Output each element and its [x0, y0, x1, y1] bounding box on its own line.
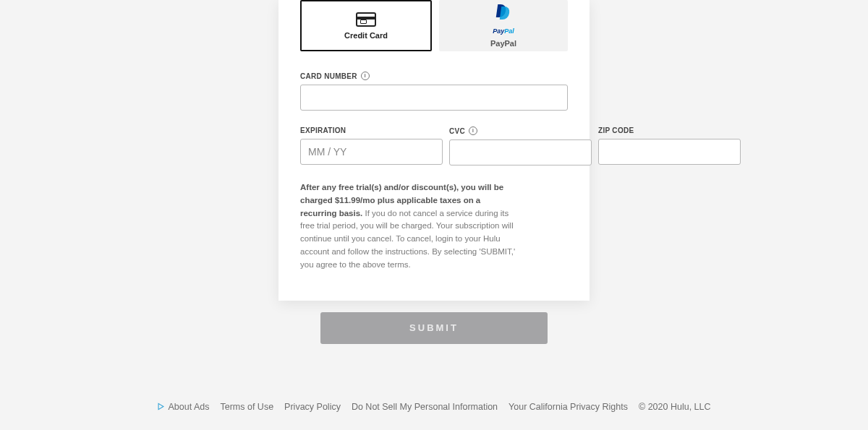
- footer-do-not-sell[interactable]: Do Not Sell My Personal Information: [352, 402, 498, 412]
- footer-ca-rights[interactable]: Your California Privacy Rights: [509, 402, 628, 412]
- adchoices-icon: [157, 403, 165, 410]
- payment-method-credit-card[interactable]: Credit Card: [300, 0, 432, 51]
- credit-card-icon: [356, 12, 376, 27]
- card-number-label: CARD NUMBER i: [300, 72, 568, 80]
- footer-copyright: © 2020 Hulu, LLC: [639, 402, 711, 412]
- card-number-input[interactable]: [300, 85, 568, 111]
- paypal-icon: [491, 4, 516, 25]
- expiration-input[interactable]: [300, 139, 443, 165]
- payment-card: Credit Card PayPal PayPal CARD NUMBER i …: [278, 0, 590, 301]
- payment-method-selector: Credit Card PayPal PayPal: [300, 0, 568, 51]
- footer-terms[interactable]: Terms of Use: [220, 402, 273, 412]
- cvc-input[interactable]: [449, 139, 592, 165]
- paypal-logo-text: PayPal: [493, 27, 514, 35]
- zip-field-wrap: ZIP CODE: [598, 126, 741, 165]
- footer-about-ads[interactable]: About Ads: [157, 402, 209, 412]
- billing-disclosure: After any free trial(s) and/or discount(…: [300, 181, 517, 272]
- footer: About Ads Terms of Use Privacy Policy Do…: [157, 402, 710, 412]
- zip-input[interactable]: [598, 139, 741, 165]
- cvc-field-wrap: CVC i: [449, 126, 592, 165]
- credit-card-label: Credit Card: [344, 31, 388, 40]
- submit-button[interactable]: SUBMIT: [320, 312, 548, 344]
- zip-label: ZIP CODE: [598, 126, 741, 134]
- info-icon[interactable]: i: [469, 126, 477, 135]
- info-icon[interactable]: i: [361, 72, 370, 80]
- expiration-label: EXPIRATION: [300, 126, 443, 134]
- footer-privacy[interactable]: Privacy Policy: [284, 402, 341, 412]
- card-number-field-wrap: CARD NUMBER i: [300, 72, 568, 111]
- paypal-label: PayPal: [490, 39, 516, 48]
- payment-method-paypal[interactable]: PayPal PayPal: [439, 0, 568, 51]
- cvc-label: CVC i: [449, 126, 592, 135]
- expiration-field-wrap: EXPIRATION: [300, 126, 443, 165]
